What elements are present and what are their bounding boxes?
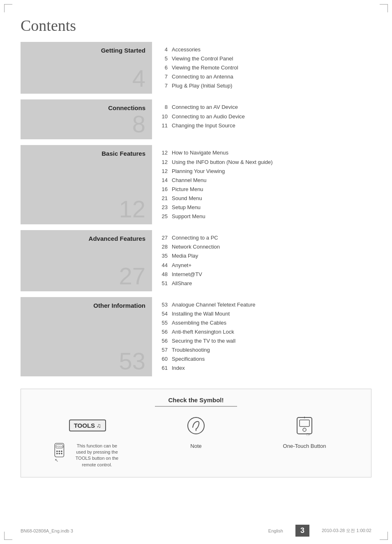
toc-item-text: Accessories: [172, 45, 371, 54]
toc-item-text: Index: [172, 364, 371, 373]
onetouch-icon: ☞: [294, 415, 315, 436]
corner-mark-tr: [380, 4, 388, 12]
section-number-basic-features: 12: [119, 197, 145, 221]
corner-mark-br: [380, 532, 388, 540]
toc-item: 35Media Play: [160, 251, 371, 260]
symbol-box: Check the Symbol! TOOLS ♫ TOOLS: [21, 389, 371, 478]
toc-page-num: 8: [160, 103, 172, 112]
toc-item: 27Connecting to a PC: [160, 233, 371, 242]
toc-page-num: 23: [160, 203, 172, 212]
toc-page-num: 60: [160, 355, 172, 364]
toc-item-text: Connecting to an Antenna: [172, 72, 371, 81]
toc-page-num: 12: [160, 148, 172, 157]
toc-page-num: 5: [160, 54, 172, 63]
toc-item-text: Using the INFO button (Now & Next guide): [172, 158, 371, 167]
toc-item: 5Viewing the Control Panel: [160, 54, 371, 63]
toc-item: 12How to Navigate Menus: [160, 148, 371, 157]
toc-page-num: 53: [160, 300, 172, 309]
svg-point-5: [61, 450, 62, 452]
toc-page-num: 12: [160, 167, 172, 176]
symbol-row: TOOLS ♫ TOOLS: [33, 413, 359, 468]
toc-page-num: 55: [160, 318, 172, 327]
toc-item-text: Anti-theft Kensington Lock: [172, 327, 371, 337]
onetouch-label: One-Touch Button: [283, 443, 326, 449]
toc-item-text: Securing the TV to the wall: [172, 337, 371, 346]
toc-container: Getting Started44Accessories5Viewing the…: [21, 42, 371, 376]
svg-point-4: [59, 450, 60, 452]
toc-page-num: 48: [160, 270, 172, 279]
note-icon-area: [185, 413, 207, 438]
toc-item-text: How to Navigate Menus: [172, 148, 371, 157]
toc-item: 23Setup Menu: [160, 203, 371, 212]
toc-page-num: 21: [160, 194, 172, 203]
toc-page-num: 57: [160, 346, 172, 355]
toc-item-text: Media Play: [172, 251, 371, 260]
corner-mark-tl: [4, 4, 12, 12]
toc-page-num: 6: [160, 63, 172, 72]
section-items-basic-features: 12How to Navigate Menus12Using the INFO …: [152, 145, 371, 224]
toc-page-num: 7: [160, 72, 172, 81]
section-name-advanced-features: Advanced Features: [89, 235, 145, 242]
tools-remote-icon: TOOLS ↖: [53, 443, 69, 463]
svg-point-6: [56, 453, 58, 454]
toc-item-text: Setup Menu: [172, 203, 371, 212]
toc-page-num: 51: [160, 279, 172, 288]
symbol-tools-item: TOOLS ♫ TOOLS: [46, 413, 129, 468]
section-number-other-information: 53: [119, 349, 145, 373]
toc-item: 44Anynet+: [160, 261, 371, 270]
toc-item: 53Analogue Channel Teletext Feature: [160, 300, 371, 309]
section-label-box-other-information: Other Information53: [21, 297, 152, 376]
section-name-getting-started: Getting Started: [101, 47, 145, 54]
toc-page-num: 44: [160, 261, 172, 270]
toc-page-num: 14: [160, 176, 172, 185]
toc-item: 51AllShare: [160, 279, 371, 288]
tools-badge: TOOLS ♫: [69, 420, 106, 431]
svg-point-3: [56, 450, 58, 452]
toc-item: 4Accessories: [160, 45, 371, 54]
page-title: Contents: [21, 16, 371, 35]
toc-item: 56Securing the TV to the wall: [160, 337, 371, 346]
toc-page-num: 4: [160, 45, 172, 54]
toc-page-num: 28: [160, 242, 172, 251]
toc-item: 21Sound Menu: [160, 194, 371, 203]
toc-item-text: Assembling the Cables: [172, 318, 371, 327]
toc-item-text: Specifications: [172, 355, 371, 364]
note-icon: [185, 415, 207, 436]
svg-text:↖: ↖: [55, 458, 58, 463]
section-label-box-getting-started: Getting Started4: [21, 42, 152, 94]
toc-section-basic-features: Basic Features1212How to Navigate Menus1…: [21, 145, 371, 224]
toc-page-num: 10: [160, 112, 172, 121]
symbol-note-item: Note: [155, 413, 237, 449]
toc-item: 61Index: [160, 364, 371, 373]
toc-item-text: Connecting to a PC: [172, 233, 371, 242]
toc-page-num: 56: [160, 327, 172, 337]
toc-item: 12Planning Your Viewing: [160, 167, 371, 176]
footer-lang: English: [268, 528, 283, 533]
toc-page-num: 12: [160, 158, 172, 167]
toc-item: 25Support Menu: [160, 212, 371, 221]
toc-page-num: 27: [160, 233, 172, 242]
toc-page-num: 35: [160, 251, 172, 260]
toc-item-text: Troubleshooting: [172, 346, 371, 355]
toc-item-text: Planning Your Viewing: [172, 167, 371, 176]
toc-page-num: 25: [160, 212, 172, 221]
toc-page-num: 61: [160, 364, 172, 373]
section-name-other-information: Other Information: [93, 302, 145, 309]
toc-item-text: Picture Menu: [172, 185, 371, 194]
toc-section-other-information: Other Information5353Analogue Channel Te…: [21, 297, 371, 376]
section-items-getting-started: 4Accessories5Viewing the Control Panel6V…: [152, 42, 371, 94]
toc-item: 55Assembling the Cables: [160, 318, 371, 327]
toc-item: 6Viewing the Remote Control: [160, 63, 371, 72]
toc-item-text: Installing the Wall Mount: [172, 309, 371, 318]
svg-rect-13: [300, 420, 309, 426]
page-number-badge: 3: [295, 525, 309, 537]
tools-icon-area: TOOLS ♫: [69, 413, 106, 438]
section-label-box-connections: Connections8: [21, 99, 152, 139]
svg-text:TOOLS: TOOLS: [56, 445, 64, 448]
toc-item: 10Connecting to an Audio Device: [160, 112, 371, 121]
note-label: Note: [190, 443, 201, 449]
toc-page-num: 11: [160, 121, 172, 130]
section-number-advanced-features: 27: [119, 264, 145, 288]
toc-item-text: Internet@TV: [172, 270, 371, 279]
toc-item-text: Connecting to an AV Device: [172, 103, 371, 112]
